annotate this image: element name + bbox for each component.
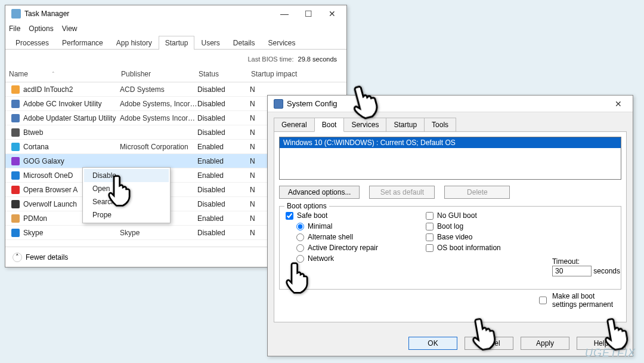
boot-panel: Windows 10 (C:\WINDOWS) : Current OS; De… (274, 131, 627, 322)
os-entry-selected[interactable]: Windows 10 (C:\WINDOWS) : Current OS; De… (280, 137, 621, 148)
app-publisher: Skype (120, 229, 197, 237)
chevron-up-icon[interactable]: ˄ (13, 253, 22, 262)
timeout-unit: seconds (593, 267, 620, 275)
timeout-label: Timeout: (552, 257, 620, 266)
sc-titlebar[interactable]: System Config ✕ (268, 96, 633, 112)
app-icon (11, 171, 20, 180)
system-config-window: System Config ✕ General Boot Services St… (267, 95, 633, 356)
app-name: acdID InTouch2 (23, 85, 120, 94)
bios-label: Last BIOS time: (247, 56, 293, 63)
app-name: Adobe Updater Startup Utility (23, 114, 120, 122)
ok-button[interactable]: OK (408, 337, 457, 350)
app-name: Adobe GC Invoker Utility (23, 100, 120, 108)
delete-button: Delete (444, 186, 510, 199)
task-manager-icon (11, 9, 21, 19)
tm-tabs: Processes Performance App history Startu… (5, 35, 346, 50)
app-impact: N (250, 85, 346, 94)
app-status: Enabled (197, 157, 250, 165)
radio-alt-shell[interactable]: Alternate shell (296, 233, 378, 241)
app-icon (11, 114, 20, 122)
app-publisher: Adobe Systems, Incorpo... (120, 100, 197, 108)
sort-asc-icon: ˄ (52, 71, 55, 77)
app-icon (11, 229, 20, 237)
radio-minimal[interactable]: Minimal (296, 222, 378, 230)
col-publisher[interactable]: Publisher (117, 69, 195, 79)
tm-menubar: File Options View (5, 22, 346, 35)
app-icon (11, 85, 20, 94)
tab-services[interactable]: Services (262, 36, 302, 50)
boot-options-group: Boot options Safe boot Minimal Alternate… (279, 206, 621, 290)
column-headers: Name˄ Publisher Status Startup impact (5, 66, 346, 82)
permanent-checkbox[interactable]: Make all boot settings permanent (537, 292, 620, 309)
radio-ad-repair[interactable]: Active Directory repair (296, 244, 378, 252)
radio-network[interactable]: Network (296, 254, 378, 263)
timeout-group: Timeout: seconds (552, 257, 620, 276)
app-name: Cortana (23, 143, 120, 151)
app-status: Disabled (197, 229, 250, 237)
sc-tab-general[interactable]: General (274, 118, 315, 132)
app-name: Skype (23, 229, 120, 237)
col-impact[interactable]: Startup impact (247, 69, 346, 79)
menu-options[interactable]: Options (29, 24, 53, 33)
app-status: Disabled (197, 128, 250, 137)
sc-tab-services[interactable]: Services (343, 118, 386, 132)
sc-close-button[interactable]: ✕ (606, 96, 630, 112)
app-status: Enabled (197, 143, 250, 151)
basevideo-checkbox[interactable]: Base video (426, 233, 501, 241)
tab-processes[interactable]: Processes (9, 36, 55, 50)
ctx-properties[interactable]: Prope (84, 208, 169, 222)
sc-tab-startup[interactable]: Startup (386, 118, 425, 132)
app-status: Disabled (197, 200, 250, 208)
apply-button[interactable]: Apply (521, 337, 569, 350)
tab-performance[interactable]: Performance (55, 36, 110, 50)
watermark: UGETFIX (585, 347, 636, 359)
app-status: Enabled (197, 171, 250, 180)
app-icon (11, 128, 20, 137)
app-icon (11, 157, 20, 165)
set-default-button: Set as default (369, 186, 435, 199)
tab-users[interactable]: Users (194, 36, 226, 50)
bootlog-checkbox[interactable]: Boot log (426, 222, 501, 230)
app-status: Disabled (197, 186, 250, 194)
ctx-search-online[interactable]: Search (84, 195, 169, 208)
ctx-disable[interactable]: Disable (84, 169, 169, 182)
tab-startup[interactable]: Startup (159, 36, 195, 50)
col-name[interactable]: Name˄ (5, 69, 117, 79)
tab-app-history[interactable]: App history (110, 36, 159, 50)
context-menu: Disable Open Search Prope (82, 167, 171, 223)
tm-title: Task Manager (24, 10, 69, 18)
menu-view[interactable]: View (62, 24, 78, 33)
app-publisher: Microsoft Corporation (120, 143, 197, 151)
app-icon (11, 143, 20, 151)
ctx-open-location[interactable]: Open (84, 182, 169, 195)
sc-tab-tools[interactable]: Tools (424, 118, 456, 132)
advanced-options-button[interactable]: Advanced options... (279, 186, 360, 199)
safe-boot-checkbox[interactable]: Safe boot (286, 211, 378, 220)
sc-tab-boot[interactable]: Boot (314, 118, 345, 132)
cancel-button[interactable]: Cancel (465, 337, 513, 350)
menu-file[interactable]: File (9, 24, 20, 33)
close-button[interactable]: ✕ (320, 5, 344, 22)
msconfig-icon (274, 99, 283, 109)
sc-tabs: General Boot Services Startup Tools (274, 117, 627, 131)
bios-line: Last BIOS time: 29.8 seconds (5, 50, 346, 66)
app-icon (11, 100, 20, 108)
timeout-input[interactable] (552, 266, 592, 276)
fewer-details-link[interactable]: Fewer details (26, 253, 68, 262)
app-publisher: Adobe Systems Incorpor... (120, 114, 197, 122)
minimize-button[interactable]: — (273, 5, 296, 22)
tab-details[interactable]: Details (227, 36, 262, 50)
app-icon (11, 200, 20, 208)
osbootinfo-checkbox[interactable]: OS boot information (426, 244, 501, 252)
app-name: GOG Galaxy (23, 157, 120, 165)
col-status[interactable]: Status (195, 69, 247, 79)
maximize-button[interactable]: ☐ (296, 5, 320, 22)
app-icon (11, 214, 20, 223)
os-list[interactable]: Windows 10 (C:\WINDOWS) : Current OS; De… (279, 137, 621, 180)
nogui-checkbox[interactable]: No GUI boot (426, 211, 501, 220)
app-status: Disabled (197, 114, 250, 122)
app-icon (11, 186, 20, 194)
app-name: Btweb (23, 128, 120, 137)
app-status: Enabled (197, 214, 250, 223)
tm-titlebar[interactable]: Task Manager — ☐ ✕ (5, 5, 346, 22)
